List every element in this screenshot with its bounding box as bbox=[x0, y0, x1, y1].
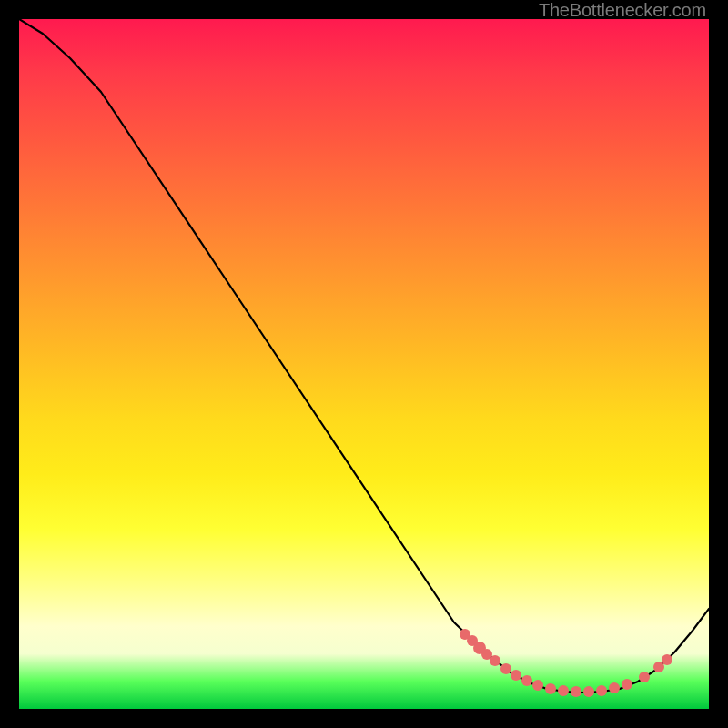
curve-marker bbox=[545, 683, 556, 694]
curve-marker bbox=[558, 685, 569, 696]
bottleneck-curve bbox=[19, 19, 709, 693]
curve-marker bbox=[490, 655, 500, 666]
curve-marker bbox=[583, 686, 594, 697]
curve-marker bbox=[662, 654, 672, 665]
plot-area bbox=[19, 19, 709, 709]
attribution-label: TheBottlenecker.com bbox=[539, 0, 706, 21]
curve-marker bbox=[500, 663, 511, 674]
curve-marker bbox=[622, 679, 632, 690]
curve-marker bbox=[521, 675, 532, 686]
chart-stage: TheBottlenecker.com bbox=[0, 0, 728, 728]
curve-marker bbox=[532, 680, 543, 691]
curve-marker bbox=[653, 662, 664, 672]
curve-marker bbox=[639, 672, 650, 682]
curve-marker bbox=[596, 685, 607, 696]
curve-marker bbox=[511, 670, 521, 681]
curve-marker bbox=[571, 686, 581, 697]
curve-layer bbox=[19, 19, 709, 709]
curve-marker bbox=[609, 682, 620, 693]
marker-group bbox=[460, 629, 672, 697]
